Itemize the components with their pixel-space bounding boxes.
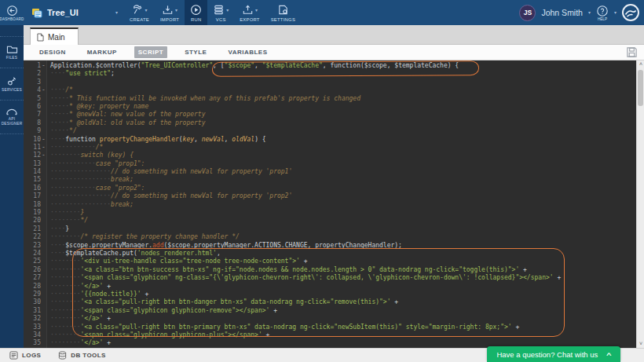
code-line[interactable]: ················// do something with new… xyxy=(50,192,636,200)
gutter-line-number[interactable]: 20 xyxy=(24,217,46,225)
code-line[interactable]: ············case "prop2": xyxy=(50,185,636,192)
gutter-line-number[interactable]: 23 xyxy=(24,242,46,250)
code-line[interactable]: ········'</a>' + xyxy=(50,315,636,323)
code-fold-icon[interactable]: - xyxy=(41,144,46,152)
code-fold-icon[interactable]: - xyxy=(41,86,46,94)
tab-markup[interactable]: MARKUP xyxy=(83,46,121,58)
code-line[interactable]: ·····* @oldVal: old value of the propert… xyxy=(50,119,636,127)
gutter-line-number[interactable]: 28 xyxy=(24,283,46,291)
scroll-up-icon[interactable]: ˄ xyxy=(637,60,644,68)
tab-design[interactable]: DESIGN xyxy=(35,46,70,58)
tab-script[interactable]: SCRIPT xyxy=(134,46,167,58)
editor-scrollbar[interactable]: ˄ ˅ xyxy=(636,60,644,348)
code-line[interactable]: ········'{{node.title}}' + xyxy=(50,291,636,298)
gutter-line-number[interactable]: 7 xyxy=(24,111,46,119)
editor-code[interactable]: Application.$controller("Tree_UIControll… xyxy=(48,60,636,348)
code-line[interactable]: ········'<div ui-tree-handle class="tree… xyxy=(50,258,636,265)
code-line[interactable]: ·····* @key: property name xyxy=(50,103,636,111)
gutter-line-number[interactable]: 4- xyxy=(24,86,46,94)
code-line[interactable]: ········'<span class="glyphicon" ng-clas… xyxy=(50,274,636,282)
code-line[interactable]: ········'</a>' + xyxy=(50,283,636,291)
gutter-line-number[interactable]: 22 xyxy=(24,233,46,241)
code-fold-icon[interactable]: - xyxy=(41,136,46,144)
import-button[interactable]: ▾ IMPORT xyxy=(155,0,185,25)
gutter-line-number[interactable]: 17 xyxy=(24,192,46,200)
gutter-line-number[interactable]: 32 xyxy=(24,315,46,323)
tab-variables[interactable]: VARIABLES xyxy=(224,46,271,58)
code-fold-icon[interactable]: - xyxy=(41,62,46,70)
code-line[interactable]: ········'<a class="pull-right btn btn-da… xyxy=(50,298,636,306)
code-line[interactable]: ········/* register the property change … xyxy=(50,233,636,241)
help-caret-icon[interactable]: ▾ xyxy=(614,10,617,15)
gutter-line-number[interactable]: 9 xyxy=(24,127,46,135)
tab-style[interactable]: STYLE xyxy=(181,46,210,58)
code-line[interactable]: ················break; xyxy=(50,176,636,184)
code-line[interactable]: ········*/ xyxy=(50,217,636,225)
code-line[interactable]: ····$templateCache.put('nodes_renderer.h… xyxy=(50,250,636,258)
gutter-line-number[interactable]: 24 xyxy=(24,250,46,258)
create-button[interactable]: ▾ CREATE xyxy=(124,0,155,25)
db-tools-button[interactable]: DB TOOLS xyxy=(58,351,105,360)
editor-gutter[interactable]: 1-2 3 4-5 6 7 8 9 10-11-12-13 14 15 16 1… xyxy=(24,60,47,348)
gutter-line-number[interactable]: 2 xyxy=(24,70,46,78)
chat-widget-button[interactable]: Have a question? Chat with us ˄ xyxy=(487,346,620,362)
gutter-line-number[interactable]: 18 xyxy=(24,201,46,209)
gutter-line-number[interactable]: 19 xyxy=(24,209,46,217)
sidebar-item-files[interactable]: FILES xyxy=(0,36,24,68)
wavemaker-logo[interactable] xyxy=(622,4,639,21)
gutter-line-number[interactable]: 35 xyxy=(24,339,46,347)
gutter-line-number[interactable]: 8 xyxy=(24,119,46,127)
code-editor[interactable]: 1-2 3 4-5 6 7 8 9 10-11-12-13 14 15 16 1… xyxy=(24,60,644,348)
scrollbar-thumb[interactable] xyxy=(638,70,643,106)
gutter-line-number[interactable]: 26 xyxy=(24,266,46,274)
code-line[interactable]: ············/* xyxy=(50,144,636,152)
help-button[interactable]: HELP xyxy=(596,5,609,21)
gutter-line-number[interactable]: 31 xyxy=(24,307,46,315)
code-line[interactable]: ············case "prop1": xyxy=(50,160,636,168)
settings-button[interactable]: SETTINGS xyxy=(265,0,301,25)
code-line[interactable]: ················break; xyxy=(50,201,636,209)
code-line[interactable]: ····function propertyChangeHandler(key, … xyxy=(50,136,636,144)
code-line[interactable]: ········'<a class="pull-right btn btn-pr… xyxy=(50,324,636,331)
code-line[interactable]: ········switch (key) { xyxy=(50,152,636,159)
gutter-line-number[interactable]: 30 xyxy=(24,298,46,306)
code-line[interactable]: ····} xyxy=(50,225,636,233)
sidebar-item-services[interactable]: SERVICES xyxy=(0,68,24,101)
gutter-line-number[interactable]: 14 xyxy=(24,168,46,176)
code-line[interactable]: ·····* @newVal: new value of the propert… xyxy=(50,111,636,119)
logs-button[interactable]: LOGS xyxy=(9,351,41,360)
code-line[interactable] xyxy=(50,79,636,86)
user-avatar[interactable]: JS xyxy=(519,5,536,21)
gutter-line-number[interactable]: 15 xyxy=(24,176,46,184)
sidebar-item-api-designer[interactable]: API DESIGNER xyxy=(0,101,24,134)
code-line[interactable]: ········'<a class="btn btn-success btn-x… xyxy=(50,266,636,274)
code-line[interactable]: Application.$controller("Tree_UIControll… xyxy=(50,62,636,70)
gutter-line-number[interactable]: 27 xyxy=(24,274,46,282)
gutter-line-number[interactable]: 11- xyxy=(24,144,46,152)
gutter-line-number[interactable]: 1- xyxy=(24,62,46,70)
code-line[interactable]: ····"use strict"; xyxy=(50,70,636,78)
tab-main[interactable]: Main xyxy=(30,27,79,45)
gutter-line-number[interactable]: 29 xyxy=(24,291,46,298)
run-button[interactable]: RUN xyxy=(185,0,207,25)
gutter-line-number[interactable]: 16 xyxy=(24,185,46,192)
gutter-line-number[interactable]: 6 xyxy=(24,103,46,111)
code-line[interactable]: ·····* This function will be invoked whe… xyxy=(50,95,636,103)
user-menu-caret-icon[interactable]: ▾ xyxy=(588,10,591,15)
gutter-line-number[interactable]: 3 xyxy=(24,79,46,86)
gutter-line-number[interactable]: 13 xyxy=(24,160,46,168)
code-line[interactable]: ·····*/ xyxy=(50,127,636,135)
dashboard-button[interactable]: DASHBOARD xyxy=(0,0,24,25)
code-line[interactable]: ················// do something with new… xyxy=(50,168,636,176)
code-line[interactable]: ········} xyxy=(50,209,636,217)
gutter-line-number[interactable]: 21 xyxy=(24,225,46,233)
scroll-down-icon[interactable]: ˅ xyxy=(637,340,644,348)
export-button[interactable]: ▾ EXPORT xyxy=(234,0,265,25)
gutter-line-number[interactable]: 25 xyxy=(24,258,46,265)
code-line[interactable]: ····/* xyxy=(50,86,636,94)
save-file-button[interactable] xyxy=(626,46,638,58)
code-line[interactable]: ········'<span class="glyphicon glyphico… xyxy=(50,307,636,315)
gutter-line-number[interactable]: 5 xyxy=(24,95,46,103)
code-line[interactable]: ····$scope.propertyManager.add($scope.pr… xyxy=(50,242,636,250)
vcs-button[interactable]: ▾ VCS xyxy=(207,0,234,25)
